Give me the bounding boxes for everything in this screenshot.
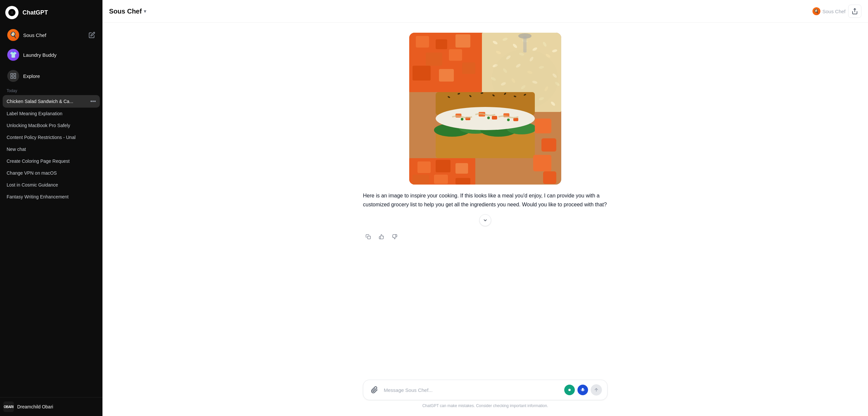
voice-button[interactable] bbox=[564, 385, 575, 395]
thumbs-down-button[interactable] bbox=[390, 232, 400, 242]
svg-rect-87 bbox=[368, 236, 371, 239]
chat-item-4[interactable]: Content Policy Restrictions - Unal bbox=[3, 131, 100, 143]
chat-item-2[interactable]: Label Meaning Explanation bbox=[3, 108, 100, 119]
chat-item-7[interactable]: Change VPN on macOS bbox=[3, 167, 100, 179]
message-actions bbox=[363, 232, 608, 242]
chat-item-text: Unlocking MacBook Pro Safely bbox=[7, 123, 96, 128]
explore-item[interactable]: Explore bbox=[3, 67, 99, 85]
footer-logo-text: OBARI bbox=[4, 405, 13, 409]
svg-rect-1 bbox=[11, 74, 13, 76]
chatgpt-logo bbox=[5, 6, 19, 19]
footer-username: Dreamchild Obari bbox=[17, 404, 53, 409]
chat-item-6[interactable]: Create Coloring Page Request bbox=[3, 155, 100, 167]
explore-label: Explore bbox=[23, 73, 95, 79]
message-input[interactable] bbox=[384, 387, 561, 393]
send-button[interactable] bbox=[591, 384, 602, 395]
chat-item-text: Lost in Cosmic Guidance bbox=[7, 182, 96, 187]
message-container: Here is an image to inspire your cooking… bbox=[363, 33, 608, 249]
svg-rect-84 bbox=[409, 33, 561, 184]
chat-item-3[interactable]: Unlocking MacBook Pro Safely bbox=[3, 119, 100, 131]
main-title-container: Sous Chef ▾ bbox=[109, 8, 810, 15]
gpt-list: 🍳 Sous Chef 👕 Laundry Buddy bbox=[0, 23, 102, 67]
svg-rect-4 bbox=[14, 77, 16, 78]
main-content: Sous Chef ▾ 🍳 Sous Chef bbox=[102, 0, 868, 416]
attach-button[interactable] bbox=[369, 384, 380, 396]
dot1: ••• bbox=[90, 98, 96, 104]
header-gpt-name: Sous Chef bbox=[823, 9, 845, 14]
sous-chef-name: Sous Chef bbox=[23, 32, 85, 38]
chat-item-text: Create Coloring Page Request bbox=[7, 159, 96, 164]
chat-item-1[interactable]: Chicken Salad Sandwich & Ca... ••• bbox=[3, 95, 100, 108]
input-area: ChatGPT can make mistakes. Consider chec… bbox=[102, 374, 868, 416]
app-title: ChatGPT bbox=[23, 9, 97, 16]
copy-button[interactable] bbox=[363, 232, 373, 242]
mode-button[interactable] bbox=[578, 385, 588, 395]
chat-item-text: Fantasy Writing Enhancement bbox=[7, 194, 96, 199]
input-actions bbox=[564, 384, 602, 395]
sidebar-header: ChatGPT bbox=[0, 0, 102, 23]
section-today: Today bbox=[0, 85, 102, 95]
assistant-message-text: Here is an image to inspire your cooking… bbox=[363, 191, 608, 209]
main-header: Sous Chef ▾ 🍳 Sous Chef bbox=[102, 0, 868, 23]
user-footer[interactable]: OBARI Dreamchild Obari bbox=[0, 397, 102, 416]
gpt-item-sous-chef[interactable]: 🍳 Sous Chef bbox=[3, 26, 99, 44]
chat-item-text: Content Policy Restrictions - Unal bbox=[7, 135, 96, 140]
thumbs-up-button[interactable] bbox=[376, 232, 387, 242]
svg-rect-86 bbox=[523, 36, 527, 53]
share-button[interactable] bbox=[848, 5, 861, 18]
main-title-text: Sous Chef bbox=[109, 8, 142, 15]
chat-item-5[interactable]: New chat bbox=[3, 143, 100, 155]
input-box bbox=[363, 380, 608, 400]
sidebar: ChatGPT 🍳 Sous Chef 👕 Laundry Buddy Expl… bbox=[0, 0, 102, 416]
laundry-avatar: 👕 bbox=[7, 49, 19, 61]
chat-content: Here is an image to inspire your cooking… bbox=[102, 23, 868, 374]
svg-rect-2 bbox=[14, 74, 16, 76]
chat-item-text: Chicken Salad Sandwich & Ca... bbox=[7, 99, 90, 104]
chat-item-text: New chat bbox=[7, 147, 96, 152]
chevron-down-icon[interactable]: ▾ bbox=[144, 9, 146, 14]
header-gpt-label: 🍳 Sous Chef bbox=[812, 7, 845, 15]
disclaimer-text: ChatGPT can make mistakes. Consider chec… bbox=[423, 404, 548, 408]
footer-logo-icon: OBARI bbox=[3, 402, 14, 412]
food-image bbox=[409, 33, 561, 184]
svg-rect-3 bbox=[11, 77, 13, 78]
gpt-item-laundry[interactable]: 👕 Laundry Buddy bbox=[3, 45, 99, 64]
explore-icon bbox=[7, 70, 19, 82]
chat-list: Chicken Salad Sandwich & Ca... ••• Label… bbox=[0, 95, 102, 397]
header-gpt-icon: 🍳 bbox=[812, 7, 820, 15]
svg-point-88 bbox=[568, 389, 571, 391]
more-options[interactable]: ••• bbox=[90, 98, 96, 104]
laundry-name: Laundry Buddy bbox=[23, 52, 95, 58]
chat-item-text: Change VPN on macOS bbox=[7, 170, 96, 176]
scroll-down-button[interactable] bbox=[479, 214, 491, 226]
chat-item-8[interactable]: Lost in Cosmic Guidance bbox=[3, 179, 100, 191]
chat-item-text: Label Meaning Explanation bbox=[7, 111, 96, 116]
edit-icon[interactable] bbox=[89, 32, 95, 38]
sous-chef-avatar: 🍳 bbox=[7, 29, 19, 41]
chat-item-9[interactable]: Fantasy Writing Enhancement bbox=[3, 191, 100, 203]
